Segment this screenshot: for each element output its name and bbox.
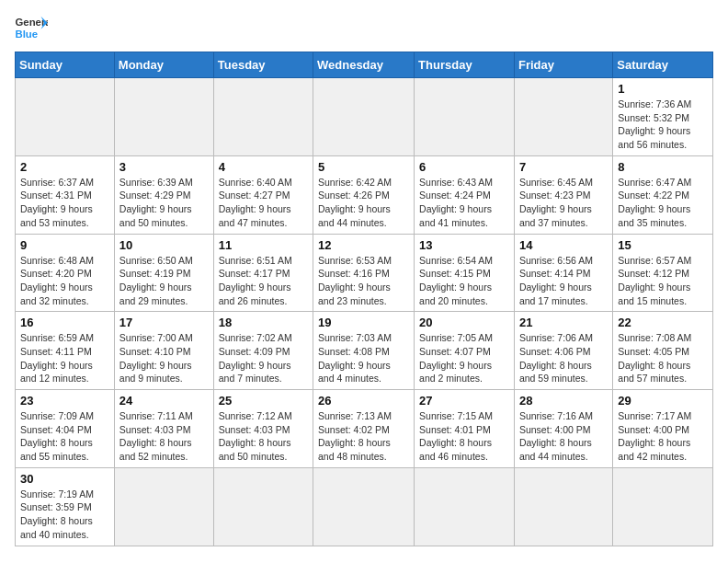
weekday-header-tuesday: Tuesday (213, 52, 313, 78)
day-info: Sunrise: 6:54 AMSunset: 4:15 PMDaylight:… (419, 254, 509, 308)
calendar-cell (213, 467, 313, 546)
day-number: 6 (419, 160, 509, 174)
calendar-cell: 17Sunrise: 7:00 AMSunset: 4:10 PMDayligh… (114, 312, 213, 390)
weekday-header-wednesday: Wednesday (313, 52, 415, 78)
calendar-cell: 26Sunrise: 7:13 AMSunset: 4:02 PMDayligh… (313, 390, 415, 468)
weekday-header-row: SundayMondayTuesdayWednesdayThursdayFrid… (16, 52, 713, 78)
day-info: Sunrise: 6:39 AMSunset: 4:29 PMDaylight:… (119, 176, 209, 230)
day-number: 29 (618, 394, 708, 408)
calendar-cell (16, 78, 115, 156)
calendar-cell: 5Sunrise: 6:42 AMSunset: 4:26 PMDaylight… (313, 155, 415, 234)
calendar-cell: 19Sunrise: 7:03 AMSunset: 4:08 PMDayligh… (313, 312, 415, 390)
day-info: Sunrise: 7:15 AMSunset: 4:01 PMDaylight:… (419, 409, 509, 464)
day-info: Sunrise: 6:51 AMSunset: 4:17 PMDaylight:… (219, 254, 308, 308)
day-number: 21 (519, 316, 608, 329)
day-info: Sunrise: 7:17 AMSunset: 4:00 PMDaylight:… (618, 409, 708, 464)
day-info: Sunrise: 6:47 AMSunset: 4:22 PMDaylight:… (618, 176, 708, 230)
calendar: SundayMondayTuesdayWednesdayThursdayFrid… (15, 52, 713, 546)
week-row-5: 23Sunrise: 7:09 AMSunset: 4:04 PMDayligh… (16, 390, 713, 468)
calendar-cell (114, 467, 213, 546)
generalblue-logo-icon: General Blue (15, 15, 48, 40)
calendar-cell: 8Sunrise: 6:47 AMSunset: 4:22 PMDaylight… (613, 155, 713, 234)
day-number: 9 (20, 238, 109, 252)
calendar-cell: 14Sunrise: 6:56 AMSunset: 4:14 PMDayligh… (514, 234, 612, 312)
calendar-cell: 24Sunrise: 7:11 AMSunset: 4:03 PMDayligh… (114, 390, 213, 468)
calendar-cell: 21Sunrise: 7:06 AMSunset: 4:06 PMDayligh… (514, 312, 612, 390)
day-number: 28 (519, 394, 608, 408)
day-info: Sunrise: 6:42 AMSunset: 4:26 PMDaylight:… (318, 176, 409, 230)
calendar-cell: 30Sunrise: 7:19 AMSunset: 3:59 PMDayligh… (16, 467, 115, 546)
day-info: Sunrise: 7:09 AMSunset: 4:04 PMDaylight:… (20, 409, 109, 464)
day-number: 23 (20, 394, 109, 408)
calendar-cell (313, 78, 415, 156)
day-info: Sunrise: 6:56 AMSunset: 4:14 PMDaylight:… (519, 254, 608, 308)
day-info: Sunrise: 6:53 AMSunset: 4:16 PMDaylight:… (318, 254, 409, 308)
week-row-4: 16Sunrise: 6:59 AMSunset: 4:11 PMDayligh… (16, 312, 713, 390)
day-info: Sunrise: 7:12 AMSunset: 4:03 PMDaylight:… (219, 409, 308, 464)
day-number: 25 (219, 394, 308, 408)
day-info: Sunrise: 6:50 AMSunset: 4:19 PMDaylight:… (119, 254, 209, 308)
day-number: 18 (219, 316, 308, 329)
week-row-3: 9Sunrise: 6:48 AMSunset: 4:20 PMDaylight… (16, 234, 713, 312)
svg-text:Blue: Blue (16, 29, 39, 40)
calendar-cell (114, 78, 213, 156)
day-number: 2 (20, 160, 109, 174)
day-info: Sunrise: 7:11 AMSunset: 4:03 PMDaylight:… (119, 409, 209, 464)
weekday-header-friday: Friday (514, 52, 612, 78)
calendar-cell: 23Sunrise: 7:09 AMSunset: 4:04 PMDayligh… (16, 390, 115, 468)
calendar-cell: 29Sunrise: 7:17 AMSunset: 4:00 PMDayligh… (613, 390, 713, 468)
day-number: 16 (20, 316, 109, 329)
calendar-cell (213, 78, 313, 156)
calendar-cell: 10Sunrise: 6:50 AMSunset: 4:19 PMDayligh… (114, 234, 213, 312)
calendar-cell: 16Sunrise: 6:59 AMSunset: 4:11 PMDayligh… (16, 312, 115, 390)
calendar-cell: 20Sunrise: 7:05 AMSunset: 4:07 PMDayligh… (415, 312, 515, 390)
day-number: 10 (119, 238, 209, 252)
calendar-cell: 9Sunrise: 6:48 AMSunset: 4:20 PMDaylight… (16, 234, 115, 312)
day-info: Sunrise: 7:02 AMSunset: 4:09 PMDaylight:… (219, 331, 308, 385)
logo: General Blue (15, 15, 48, 40)
calendar-cell (313, 467, 415, 546)
day-info: Sunrise: 7:19 AMSunset: 3:59 PMDaylight:… (20, 488, 109, 542)
calendar-cell: 1Sunrise: 7:36 AMSunset: 5:32 PMDaylight… (613, 78, 713, 156)
calendar-cell: 2Sunrise: 6:37 AMSunset: 4:31 PMDaylight… (16, 155, 115, 234)
day-info: Sunrise: 6:40 AMSunset: 4:27 PMDaylight:… (219, 176, 308, 230)
day-number: 11 (219, 238, 308, 252)
day-number: 22 (618, 316, 708, 329)
day-number: 7 (519, 160, 608, 174)
day-number: 4 (219, 160, 308, 174)
calendar-cell: 15Sunrise: 6:57 AMSunset: 4:12 PMDayligh… (613, 234, 713, 312)
header: General Blue (15, 15, 713, 40)
day-number: 19 (318, 316, 409, 329)
calendar-cell: 7Sunrise: 6:45 AMSunset: 4:23 PMDaylight… (514, 155, 612, 234)
day-info: Sunrise: 7:06 AMSunset: 4:06 PMDaylight:… (519, 331, 608, 385)
day-info: Sunrise: 6:57 AMSunset: 4:12 PMDaylight:… (618, 254, 708, 308)
day-number: 24 (119, 394, 209, 408)
calendar-cell: 13Sunrise: 6:54 AMSunset: 4:15 PMDayligh… (415, 234, 515, 312)
day-info: Sunrise: 7:36 AMSunset: 5:32 PMDaylight:… (618, 98, 708, 152)
calendar-cell: 27Sunrise: 7:15 AMSunset: 4:01 PMDayligh… (415, 390, 515, 468)
calendar-cell (514, 467, 612, 546)
weekday-header-thursday: Thursday (415, 52, 515, 78)
calendar-cell: 28Sunrise: 7:16 AMSunset: 4:00 PMDayligh… (514, 390, 612, 468)
calendar-cell: 25Sunrise: 7:12 AMSunset: 4:03 PMDayligh… (213, 390, 313, 468)
week-row-1: 1Sunrise: 7:36 AMSunset: 5:32 PMDaylight… (16, 78, 713, 156)
day-info: Sunrise: 7:03 AMSunset: 4:08 PMDaylight:… (318, 331, 409, 385)
calendar-cell: 11Sunrise: 6:51 AMSunset: 4:17 PMDayligh… (213, 234, 313, 312)
day-number: 17 (119, 316, 209, 329)
calendar-cell (514, 78, 612, 156)
day-number: 30 (20, 472, 109, 486)
day-number: 27 (419, 394, 509, 408)
day-info: Sunrise: 7:08 AMSunset: 4:05 PMDaylight:… (618, 331, 708, 385)
day-info: Sunrise: 6:48 AMSunset: 4:20 PMDaylight:… (20, 254, 109, 308)
day-number: 5 (318, 160, 409, 174)
weekday-header-saturday: Saturday (613, 52, 713, 78)
day-info: Sunrise: 7:05 AMSunset: 4:07 PMDaylight:… (419, 331, 509, 385)
day-number: 15 (618, 238, 708, 252)
day-info: Sunrise: 6:59 AMSunset: 4:11 PMDaylight:… (20, 331, 109, 385)
calendar-cell: 6Sunrise: 6:43 AMSunset: 4:24 PMDaylight… (415, 155, 515, 234)
day-number: 8 (618, 160, 708, 174)
calendar-cell: 18Sunrise: 7:02 AMSunset: 4:09 PMDayligh… (213, 312, 313, 390)
day-number: 1 (618, 82, 708, 96)
day-info: Sunrise: 6:37 AMSunset: 4:31 PMDaylight:… (20, 176, 109, 230)
day-number: 20 (419, 316, 509, 329)
